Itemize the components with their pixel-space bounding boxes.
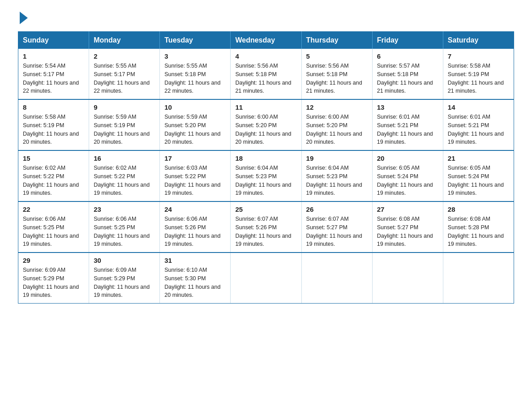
calendar-cell [372,253,443,304]
day-header-friday: Friday [372,32,443,49]
header-row: SundayMondayTuesdayWednesdayThursdayFrid… [18,32,514,49]
day-number: 5 [306,52,368,60]
day-number: 3 [164,52,226,60]
calendar-week-row: 29 Sunrise: 6:09 AMSunset: 5:29 PMDaylig… [18,253,514,304]
day-info: Sunrise: 6:08 AMSunset: 5:27 PMDaylight:… [377,216,433,247]
day-info: Sunrise: 5:59 AMSunset: 5:19 PMDaylight:… [94,114,150,145]
day-number: 29 [23,257,84,264]
day-info: Sunrise: 5:55 AMSunset: 5:17 PMDaylight:… [94,63,150,94]
day-number: 9 [94,103,155,111]
day-info: Sunrise: 5:56 AMSunset: 5:18 PMDaylight:… [306,63,362,94]
day-number: 15 [23,154,84,162]
day-info: Sunrise: 6:10 AMSunset: 5:30 PMDaylight:… [164,267,220,298]
calendar-cell: 19 Sunrise: 6:04 AMSunset: 5:23 PMDaylig… [301,150,372,201]
day-number: 11 [235,103,296,111]
day-number: 24 [164,206,226,213]
day-info: Sunrise: 5:58 AMSunset: 5:19 PMDaylight:… [23,114,79,145]
day-number: 27 [377,206,438,213]
day-number: 17 [164,154,226,162]
day-info: Sunrise: 6:05 AMSunset: 5:24 PMDaylight:… [448,165,504,196]
day-info: Sunrise: 6:03 AMSunset: 5:22 PMDaylight:… [164,165,220,196]
day-number: 2 [94,52,155,60]
calendar-cell: 29 Sunrise: 6:09 AMSunset: 5:29 PMDaylig… [18,253,89,304]
day-info: Sunrise: 6:06 AMSunset: 5:25 PMDaylight:… [94,216,150,247]
day-number: 10 [164,103,226,111]
calendar-cell [443,253,514,304]
calendar-cell: 8 Sunrise: 5:58 AMSunset: 5:19 PMDayligh… [18,99,89,150]
calendar-cell: 25 Sunrise: 6:07 AMSunset: 5:26 PMDaylig… [231,201,301,253]
calendar-cell: 14 Sunrise: 6:01 AMSunset: 5:21 PMDaylig… [443,99,514,150]
day-info: Sunrise: 6:04 AMSunset: 5:23 PMDaylight:… [235,165,291,196]
calendar-cell: 18 Sunrise: 6:04 AMSunset: 5:23 PMDaylig… [231,150,301,201]
calendar-week-row: 15 Sunrise: 6:02 AMSunset: 5:22 PMDaylig… [18,150,514,201]
calendar-cell: 28 Sunrise: 6:08 AMSunset: 5:28 PMDaylig… [443,201,514,253]
day-info: Sunrise: 6:07 AMSunset: 5:26 PMDaylight:… [235,216,291,247]
logo [18,13,28,22]
calendar-cell: 3 Sunrise: 5:55 AMSunset: 5:18 PMDayligh… [160,49,231,99]
day-header-wednesday: Wednesday [231,32,301,49]
calendar-cell: 24 Sunrise: 6:06 AMSunset: 5:26 PMDaylig… [160,201,231,253]
calendar-cell: 13 Sunrise: 6:01 AMSunset: 5:21 PMDaylig… [372,99,443,150]
day-number: 23 [94,206,155,213]
day-number: 20 [377,154,438,162]
page-header [18,13,514,22]
day-number: 6 [377,52,438,60]
day-number: 1 [23,52,84,60]
day-number: 7 [448,52,509,60]
day-number: 19 [306,154,368,162]
day-header-tuesday: Tuesday [160,32,231,49]
calendar-cell: 31 Sunrise: 6:10 AMSunset: 5:30 PMDaylig… [160,253,231,304]
day-info: Sunrise: 5:59 AMSunset: 5:20 PMDaylight:… [164,114,220,145]
day-number: 13 [377,103,438,111]
day-info: Sunrise: 6:09 AMSunset: 5:29 PMDaylight:… [94,267,150,298]
day-number: 26 [306,206,368,213]
calendar-cell: 6 Sunrise: 5:57 AMSunset: 5:18 PMDayligh… [372,49,443,99]
day-number: 31 [164,257,226,264]
calendar-cell: 5 Sunrise: 5:56 AMSunset: 5:18 PMDayligh… [301,49,372,99]
day-info: Sunrise: 6:09 AMSunset: 5:29 PMDaylight:… [23,267,79,298]
calendar-cell: 12 Sunrise: 6:00 AMSunset: 5:20 PMDaylig… [301,99,372,150]
calendar-week-row: 1 Sunrise: 5:54 AMSunset: 5:17 PMDayligh… [18,49,514,99]
calendar-cell: 27 Sunrise: 6:08 AMSunset: 5:27 PMDaylig… [372,201,443,253]
calendar-cell: 16 Sunrise: 6:02 AMSunset: 5:22 PMDaylig… [89,150,160,201]
day-header-monday: Monday [89,32,160,49]
day-info: Sunrise: 6:01 AMSunset: 5:21 PMDaylight:… [377,114,433,145]
calendar-cell: 2 Sunrise: 5:55 AMSunset: 5:17 PMDayligh… [89,49,160,99]
day-number: 14 [448,103,509,111]
day-info: Sunrise: 6:00 AMSunset: 5:20 PMDaylight:… [235,114,291,145]
calendar-cell: 22 Sunrise: 6:06 AMSunset: 5:25 PMDaylig… [18,201,89,253]
calendar-cell: 26 Sunrise: 6:07 AMSunset: 5:27 PMDaylig… [301,201,372,253]
calendar-week-row: 8 Sunrise: 5:58 AMSunset: 5:19 PMDayligh… [18,99,514,150]
day-info: Sunrise: 6:02 AMSunset: 5:22 PMDaylight:… [94,165,150,196]
day-info: Sunrise: 6:01 AMSunset: 5:21 PMDaylight:… [448,114,504,145]
calendar-cell: 23 Sunrise: 6:06 AMSunset: 5:25 PMDaylig… [89,201,160,253]
calendar-header: SundayMondayTuesdayWednesdayThursdayFrid… [18,32,514,49]
day-header-sunday: Sunday [18,32,89,49]
day-number: 12 [306,103,368,111]
day-header-saturday: Saturday [443,32,514,49]
day-info: Sunrise: 5:57 AMSunset: 5:18 PMDaylight:… [377,63,433,94]
day-number: 16 [94,154,155,162]
day-info: Sunrise: 6:00 AMSunset: 5:20 PMDaylight:… [306,114,362,145]
calendar-cell: 9 Sunrise: 5:59 AMSunset: 5:19 PMDayligh… [89,99,160,150]
calendar-body: 1 Sunrise: 5:54 AMSunset: 5:17 PMDayligh… [18,49,514,304]
calendar-cell: 21 Sunrise: 6:05 AMSunset: 5:24 PMDaylig… [443,150,514,201]
day-info: Sunrise: 6:06 AMSunset: 5:25 PMDaylight:… [23,216,79,247]
calendar-cell: 17 Sunrise: 6:03 AMSunset: 5:22 PMDaylig… [160,150,231,201]
day-number: 21 [448,154,509,162]
calendar-cell: 4 Sunrise: 5:56 AMSunset: 5:18 PMDayligh… [231,49,301,99]
day-number: 28 [448,206,509,213]
day-info: Sunrise: 5:58 AMSunset: 5:19 PMDaylight:… [448,63,504,94]
calendar-cell: 7 Sunrise: 5:58 AMSunset: 5:19 PMDayligh… [443,49,514,99]
day-header-thursday: Thursday [301,32,372,49]
calendar-cell [231,253,301,304]
day-number: 18 [235,154,296,162]
day-number: 8 [23,103,84,111]
calendar-cell: 15 Sunrise: 6:02 AMSunset: 5:22 PMDaylig… [18,150,89,201]
day-number: 22 [23,206,84,213]
day-info: Sunrise: 5:56 AMSunset: 5:18 PMDaylight:… [235,63,291,94]
calendar-cell: 10 Sunrise: 5:59 AMSunset: 5:20 PMDaylig… [160,99,231,150]
day-number: 25 [235,206,296,213]
day-info: Sunrise: 6:02 AMSunset: 5:22 PMDaylight:… [23,165,79,196]
logo-arrow-icon [20,12,28,24]
